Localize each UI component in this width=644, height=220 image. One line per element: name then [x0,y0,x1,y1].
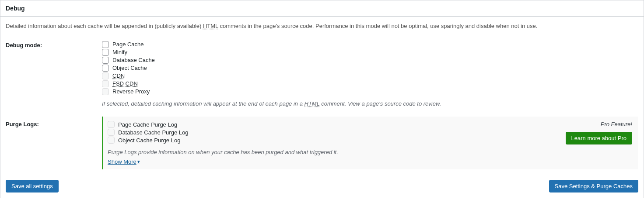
label-reverse-proxy: Reverse Proxy [112,88,150,95]
checkbox-reverse-proxy [102,88,109,95]
debug-mode-helper: If selected, detailed caching informatio… [102,100,638,108]
html-abbr: HTML [203,23,218,29]
label-fsd-cdn: FSD CDN [112,80,138,87]
button-row: Save all settings Save Settings & Purge … [0,175,644,198]
label-object-cache-purge-log: Object Cache Purge Log [118,137,180,144]
purge-logs-left: Page Cache Purge Log Database Cache Purg… [108,121,559,165]
label-cdn: CDN [112,72,125,79]
option-cdn: CDN [102,72,638,79]
label-object-cache: Object Cache [112,65,147,71]
debug-mode-content: Page Cache Minify Database Cache Object … [102,41,638,108]
option-fsd-cdn: FSD CDN [102,80,638,87]
checkbox-database-cache[interactable] [102,57,109,64]
option-page-cache-purge-log: Page Cache Purge Log [108,121,559,128]
checkbox-page-cache[interactable] [102,41,109,48]
checkbox-object-cache-purge-log [108,137,115,144]
chevron-down-icon: ▾ [137,159,140,165]
label-database-cache: Database Cache [112,57,155,63]
purge-logs-row: Purge Logs: Page Cache Purge Log Databas… [6,117,638,169]
show-more-link[interactable]: Show More ▾ [108,158,140,165]
panel-title: Debug [6,5,638,12]
debug-mode-options: Page Cache Minify Database Cache Object … [102,41,638,95]
pro-feature-badge: Pro Feature! [566,121,632,127]
option-database-cache-purge-log: Database Cache Purge Log [108,129,559,136]
option-object-cache-purge-log: Object Cache Purge Log [108,137,559,144]
option-database-cache: Database Cache [102,57,638,64]
debug-panel: Debug Detailed information about each ca… [0,0,644,198]
option-minify: Minify [102,49,638,56]
panel-description: Detailed information about each cache wi… [6,22,638,31]
purge-logs-helper: Purge Logs provide information on when y… [108,148,559,157]
label-minify: Minify [112,49,127,55]
label-database-cache-purge-log: Database Cache Purge Log [118,129,188,136]
checkbox-minify[interactable] [102,49,109,56]
option-object-cache: Object Cache [102,65,638,72]
debug-mode-row: Debug mode: Page Cache Minify Database C… [6,41,638,108]
panel-header: Debug [0,0,644,17]
purge-logs-options: Page Cache Purge Log Database Cache Purg… [108,121,559,144]
label-page-cache: Page Cache [112,41,144,48]
panel-body: Detailed information about each cache wi… [0,17,644,175]
purge-logs-label: Purge Logs: [6,117,102,127]
option-reverse-proxy: Reverse Proxy [102,88,638,95]
label-page-cache-purge-log: Page Cache Purge Log [118,121,177,128]
checkbox-cdn [102,72,109,79]
checkbox-object-cache[interactable] [102,65,109,72]
purge-logs-right: Pro Feature! Learn more about Pro [566,121,632,144]
purge-logs-content: Page Cache Purge Log Database Cache Purg… [102,117,638,169]
html-abbr: HTML [304,100,320,107]
debug-mode-label: Debug mode: [6,41,102,48]
checkbox-page-cache-purge-log [108,121,115,128]
option-page-cache: Page Cache [102,41,638,48]
checkbox-database-cache-purge-log [108,129,115,136]
learn-more-pro-button[interactable]: Learn more about Pro [566,132,632,144]
save-settings-purge-caches-button[interactable]: Save Settings & Purge Caches [549,180,639,192]
save-all-settings-button[interactable]: Save all settings [6,180,59,192]
checkbox-fsd-cdn [102,80,109,87]
